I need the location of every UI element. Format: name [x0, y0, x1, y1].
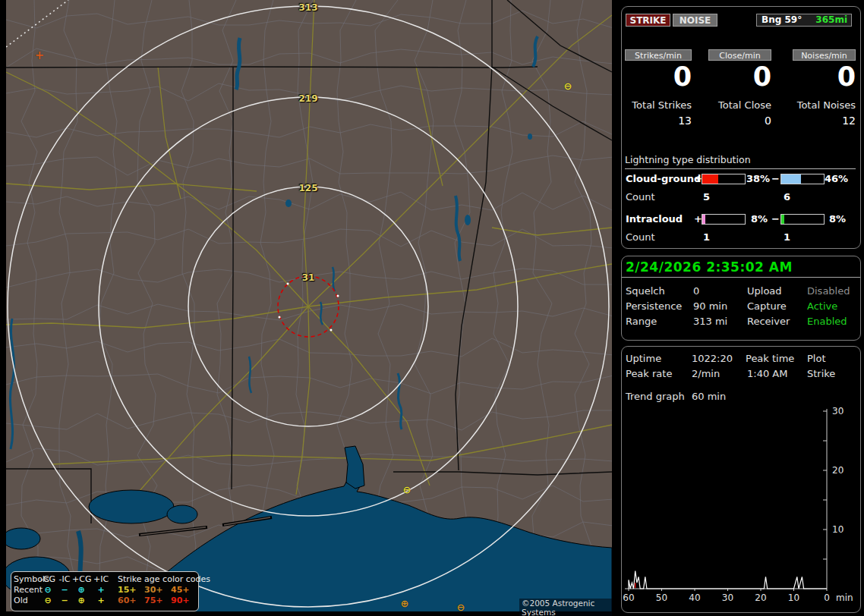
- svg-text:min: min: [836, 592, 853, 603]
- strikes-per-min-value: 0: [625, 61, 692, 92]
- total-strikes-value: 13: [625, 115, 692, 127]
- cg-positive-pct: 38%: [746, 173, 770, 184]
- svg-text:30: 30: [832, 406, 844, 416]
- trend-graph-label: Trend graph: [626, 391, 685, 402]
- receiver-label: Receiver: [747, 316, 790, 327]
- ic-negative-pct: 8%: [829, 213, 846, 225]
- cloud-ground-count-row: Count 5 6: [622, 191, 860, 203]
- svg-text:20: 20: [755, 592, 766, 603]
- range-ring-label: 313: [298, 2, 317, 13]
- upload-status: Disabled: [807, 285, 850, 297]
- noise-toggle-button[interactable]: NOISE: [673, 14, 717, 27]
- trend-chart: 1020306050403020100min: [622, 404, 859, 609]
- trend-panel: Uptime 1022:20 Peak time Plot Peak rate …: [621, 346, 861, 613]
- distance-value: 365mi: [815, 14, 847, 26]
- svg-text:40: 40: [689, 592, 700, 603]
- total-strikes-label: Total Strikes: [625, 99, 692, 111]
- strike-symbol: ⊕: [401, 598, 409, 609]
- intracloud-label: Intracloud: [626, 213, 683, 225]
- map-legend: Symbols -CG -IC +CG +IC Strike age color…: [11, 571, 199, 611]
- strikes-per-min-chip[interactable]: Strikes/min: [625, 49, 692, 61]
- range-ring-label: 125: [298, 183, 317, 193]
- stats-row: Uptime 1022:20 Peak time Plot: [622, 353, 860, 365]
- range-ring-label: 219: [298, 93, 317, 104]
- cg-positive-bar: [702, 174, 746, 184]
- upload-label: Upload: [747, 285, 782, 297]
- strike-symbol: ⊖: [457, 602, 465, 613]
- uptime-label: Uptime: [626, 353, 661, 364]
- svg-text:10: 10: [832, 524, 844, 535]
- close-per-min-chip[interactable]: Close/min: [708, 49, 771, 61]
- status-row: Squelch 0 Upload Disabled: [622, 285, 860, 297]
- svg-text:10: 10: [788, 592, 799, 603]
- total-noises-value: 12: [793, 115, 856, 127]
- trend-graph-row: Trend graph 60 min: [622, 391, 860, 403]
- peak-rate-label: Peak rate: [626, 368, 672, 379]
- cloud-ground-label: Cloud-ground: [626, 173, 701, 184]
- plot-mode-value: Strike: [807, 368, 835, 379]
- strike-symbol: ⊖: [564, 80, 572, 92]
- plot-header: Plot: [807, 353, 826, 364]
- range-value: 313 mi: [693, 316, 727, 327]
- range-label: Range: [626, 316, 657, 327]
- legend-strike-symbol: ⊕: [72, 585, 90, 595]
- uptime-value: 1022:20: [692, 353, 733, 364]
- legend-strike-symbol: ⊕: [72, 596, 90, 605]
- counters-panel: STRIKE NOISE Bng 59° 365mi Strikes/min C…: [621, 6, 861, 249]
- cg-positive-count: 5: [703, 191, 710, 203]
- ic-positive-pct: 8%: [751, 213, 768, 225]
- total-close-label: Total Close: [708, 99, 771, 111]
- age-color-code: 30+: [144, 585, 163, 595]
- legend-strike-symbol: +: [92, 596, 110, 605]
- ic-positive-bar: [702, 214, 746, 225]
- cg-negative-bar: [780, 174, 825, 184]
- ic-positive-count: 1: [703, 231, 710, 243]
- map-canvas: [6, 0, 612, 611]
- peak-time-value: 1:40 AM: [747, 368, 787, 379]
- svg-text:20: 20: [832, 465, 844, 476]
- svg-text:50: 50: [656, 592, 667, 603]
- strike-toggle-button[interactable]: STRIKE: [626, 14, 670, 27]
- legend-strike-symbol: −: [55, 596, 74, 605]
- peak-time-header: Peak time: [746, 353, 794, 364]
- count-label: Count: [626, 191, 655, 203]
- noises-per-min-chip[interactable]: Noises/min: [793, 49, 856, 61]
- noises-per-min-value: 0: [793, 61, 856, 92]
- bearing-value: Bng 59°: [762, 14, 802, 26]
- copyright-text: ©2005 Astrogenic Systems: [519, 599, 612, 616]
- peak-rate-value: 2/min: [692, 368, 720, 379]
- legend-strike-symbol: ⊖: [39, 585, 57, 595]
- legend-col-pos-cg: +CG: [72, 574, 90, 584]
- strike-symbol: +: [35, 49, 45, 62]
- close-per-min-value: 0: [708, 61, 771, 92]
- nexstorm-app: 31125219313 ⊖⊖+⊕⊖ Symbols -CG -IC +CG +I…: [0, 0, 864, 616]
- legend-col-neg-cg: -CG: [39, 574, 57, 584]
- legend-age-header: Strike age color codes: [118, 574, 210, 584]
- svg-text:60: 60: [623, 592, 634, 603]
- age-color-code: 60+: [118, 596, 137, 605]
- persistence-value: 90 min: [693, 300, 727, 312]
- legend-strike-symbol: +: [92, 585, 110, 595]
- lightning-map[interactable]: 31125219313 ⊖⊖+⊕⊖ Symbols -CG -IC +CG +I…: [6, 0, 612, 611]
- status-row: Range 313 mi Receiver Enabled: [622, 316, 860, 328]
- cg-negative-pct: 46%: [825, 173, 848, 184]
- trend-window-value: 60 min: [692, 391, 726, 402]
- age-color-code: 15+: [118, 585, 137, 595]
- intracloud-count-row: Count 1 1: [622, 231, 860, 244]
- legend-strike-symbol: −: [55, 585, 74, 595]
- ic-negative-bar: [780, 214, 825, 225]
- legend-col-neg-ic: -IC: [55, 574, 74, 584]
- distribution-title: Lightning type distribution: [625, 154, 856, 169]
- svg-text:0: 0: [824, 592, 830, 603]
- minus-sign: −: [771, 213, 780, 225]
- total-close-value: 0: [708, 115, 771, 127]
- minus-sign: −: [771, 173, 780, 184]
- squelch-value: 0: [693, 285, 699, 297]
- squelch-label: Squelch: [626, 285, 665, 297]
- age-color-code: 90+: [171, 596, 190, 605]
- range-ring-label: 31: [302, 272, 315, 283]
- age-color-code: 45+: [171, 585, 190, 595]
- intracloud-row: Intracloud + 8% − 8%: [622, 213, 860, 225]
- ic-negative-count: 1: [784, 231, 790, 243]
- stats-row: Peak rate 2/min 1:40 AM Strike: [622, 368, 860, 380]
